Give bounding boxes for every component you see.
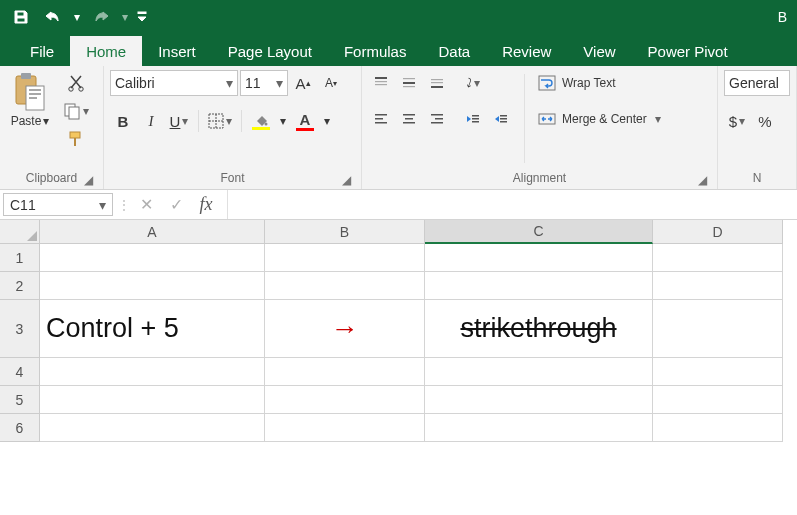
col-header-D[interactable]: D bbox=[653, 220, 783, 244]
cell-A6[interactable] bbox=[40, 414, 265, 442]
col-header-A[interactable]: A bbox=[40, 220, 265, 244]
cell-C1[interactable] bbox=[425, 244, 653, 272]
align-top[interactable] bbox=[368, 70, 394, 96]
cell-B6[interactable] bbox=[265, 414, 425, 442]
tab-insert[interactable]: Insert bbox=[142, 36, 212, 66]
cell-D2[interactable] bbox=[653, 272, 783, 300]
svg-rect-7 bbox=[69, 107, 79, 119]
wrap-text-label: Wrap Text bbox=[562, 76, 616, 90]
cell-A5[interactable] bbox=[40, 386, 265, 414]
orientation-button[interactable]: ⤵▾ bbox=[460, 70, 486, 96]
increase-indent[interactable] bbox=[488, 106, 514, 132]
clipboard-dialog-launcher[interactable]: ◢ bbox=[81, 173, 95, 187]
row-header-4[interactable]: 4 bbox=[0, 358, 40, 386]
italic-button[interactable]: I bbox=[138, 108, 164, 134]
row-header-2[interactable]: 2 bbox=[0, 272, 40, 300]
paste-label[interactable]: Paste▾ bbox=[11, 114, 50, 128]
borders-button[interactable]: ▾ bbox=[205, 108, 235, 134]
fill-color-button[interactable] bbox=[248, 108, 274, 134]
name-box[interactable]: C11▾ bbox=[3, 193, 113, 216]
row-header-6[interactable]: 6 bbox=[0, 414, 40, 442]
paste-button[interactable] bbox=[12, 72, 48, 112]
format-painter-button[interactable] bbox=[60, 126, 92, 152]
decrease-font-size[interactable]: A▾ bbox=[318, 70, 344, 96]
wrap-text-button[interactable]: Wrap Text bbox=[535, 70, 695, 96]
number-format-combo[interactable]: General bbox=[724, 70, 790, 96]
row-header-5[interactable]: 5 bbox=[0, 386, 40, 414]
cell-B1[interactable] bbox=[265, 244, 425, 272]
formula-input[interactable] bbox=[228, 190, 797, 219]
cell-D4[interactable] bbox=[653, 358, 783, 386]
svg-rect-9 bbox=[74, 138, 76, 146]
cell-A1[interactable] bbox=[40, 244, 265, 272]
align-left[interactable] bbox=[368, 106, 394, 132]
copy-button[interactable]: ▾ bbox=[60, 98, 92, 124]
font-color-button[interactable]: A bbox=[292, 108, 318, 134]
font-color-dropdown[interactable]: ▾ bbox=[320, 108, 334, 134]
cell-C3[interactable]: strikethrough bbox=[425, 300, 653, 358]
redo-button[interactable] bbox=[86, 2, 116, 32]
decrease-indent[interactable] bbox=[460, 106, 486, 132]
cell-C4[interactable] bbox=[425, 358, 653, 386]
svg-rect-14 bbox=[375, 77, 387, 79]
alignment-dialog-launcher[interactable]: ◢ bbox=[695, 173, 709, 187]
svg-rect-28 bbox=[403, 122, 415, 124]
cancel-formula-button[interactable]: ✕ bbox=[131, 190, 161, 220]
enter-formula-button[interactable]: ✓ bbox=[161, 190, 191, 220]
tab-formulas[interactable]: Formulas bbox=[328, 36, 423, 66]
cell-A4[interactable] bbox=[40, 358, 265, 386]
tab-power-pivot[interactable]: Power Pivot bbox=[632, 36, 744, 66]
font-dialog-launcher[interactable]: ◢ bbox=[339, 173, 353, 187]
cell-D1[interactable] bbox=[653, 244, 783, 272]
align-bottom[interactable] bbox=[424, 70, 450, 96]
cell-C6[interactable] bbox=[425, 414, 653, 442]
align-middle[interactable] bbox=[396, 70, 422, 96]
save-button[interactable] bbox=[6, 2, 36, 32]
align-center[interactable] bbox=[396, 106, 422, 132]
cell-C2[interactable] bbox=[425, 272, 653, 300]
cell-D3[interactable] bbox=[653, 300, 783, 358]
tab-file[interactable]: File bbox=[14, 36, 70, 66]
row-header-3[interactable]: 3 bbox=[0, 300, 40, 358]
tab-page-layout[interactable]: Page Layout bbox=[212, 36, 328, 66]
undo-dropdown[interactable]: ▾ bbox=[70, 2, 84, 32]
cut-button[interactable] bbox=[60, 70, 92, 96]
select-all-corner[interactable] bbox=[0, 220, 40, 244]
underline-button[interactable]: U▾ bbox=[166, 108, 192, 134]
group-clipboard: Paste▾ ▾ Clipboard ◢ bbox=[0, 66, 104, 189]
col-header-B[interactable]: B bbox=[265, 220, 425, 244]
tab-view[interactable]: View bbox=[567, 36, 631, 66]
alignment-group-label: Alignment bbox=[513, 171, 566, 185]
group-font: Calibri▾ 11▾ A▴ A▾ B I U▾ ▾ bbox=[104, 66, 362, 189]
fill-color-dropdown[interactable]: ▾ bbox=[276, 108, 290, 134]
increase-font-size[interactable]: A▴ bbox=[290, 70, 316, 96]
font-family-combo[interactable]: Calibri▾ bbox=[110, 70, 238, 96]
tab-data[interactable]: Data bbox=[422, 36, 486, 66]
tab-home[interactable]: Home bbox=[70, 36, 142, 66]
align-right[interactable] bbox=[424, 106, 450, 132]
cell-B3[interactable]: → bbox=[265, 300, 425, 358]
cell-D6[interactable] bbox=[653, 414, 783, 442]
insert-function-button[interactable]: fx bbox=[191, 190, 221, 220]
merge-center-button[interactable]: Merge & Center▾ bbox=[535, 106, 707, 132]
font-size-combo[interactable]: 11▾ bbox=[240, 70, 288, 96]
col-header-C[interactable]: C bbox=[425, 220, 653, 244]
undo-button[interactable] bbox=[38, 2, 68, 32]
cell-D5[interactable] bbox=[653, 386, 783, 414]
cell-A2[interactable] bbox=[40, 272, 265, 300]
bold-button[interactable]: B bbox=[110, 108, 136, 134]
cell-B4[interactable] bbox=[265, 358, 425, 386]
cell-A3[interactable]: Control + 5 bbox=[40, 300, 265, 358]
cell-B2[interactable] bbox=[265, 272, 425, 300]
svg-rect-39 bbox=[539, 114, 555, 124]
redo-dropdown[interactable]: ▾ bbox=[118, 2, 132, 32]
percent-format[interactable]: % bbox=[752, 108, 778, 134]
row-header-1[interactable]: 1 bbox=[0, 244, 40, 272]
tab-review[interactable]: Review bbox=[486, 36, 567, 66]
accounting-format[interactable]: $▾ bbox=[724, 108, 750, 134]
cell-C5[interactable] bbox=[425, 386, 653, 414]
qat-customize[interactable] bbox=[134, 2, 150, 32]
cell-B5[interactable] bbox=[265, 386, 425, 414]
number-format-value: General bbox=[729, 75, 779, 91]
svg-rect-30 bbox=[435, 118, 443, 120]
